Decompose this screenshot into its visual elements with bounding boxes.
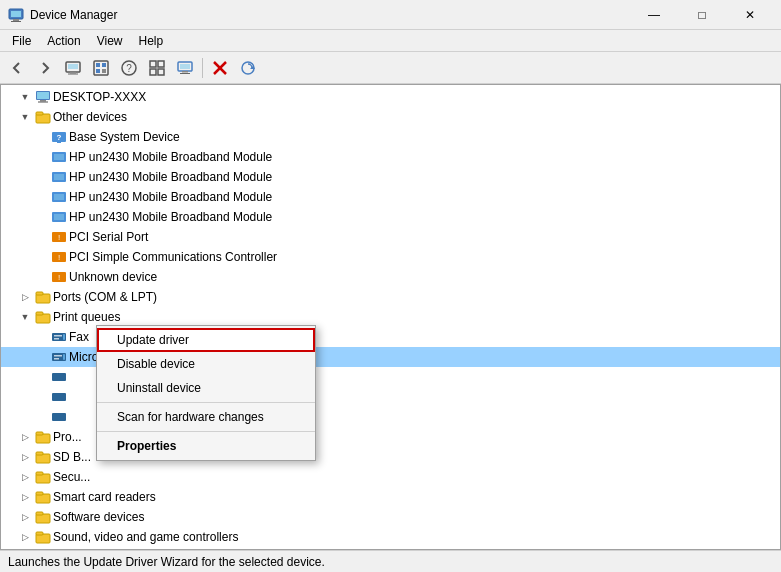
tree-smart-card[interactable]: ▷ Smart card readers xyxy=(1,487,780,507)
tree-print-queues[interactable]: ▼ Print queues xyxy=(1,307,780,327)
toolbar-scan[interactable] xyxy=(235,55,261,81)
unknown-label: Unknown device xyxy=(69,270,157,284)
base-system-label: Base System Device xyxy=(69,130,180,144)
svg-rect-63 xyxy=(52,393,66,401)
ctx-scan-hardware[interactable]: Scan for hardware changes xyxy=(97,405,315,429)
svg-rect-9 xyxy=(96,63,100,67)
ctx-uninstall-device[interactable]: Uninstall device xyxy=(97,376,315,400)
svg-rect-39 xyxy=(54,174,64,180)
context-menu: Update driver Disable device Uninstall d… xyxy=(96,325,316,461)
hp-icon-1 xyxy=(51,149,67,165)
svg-rect-66 xyxy=(36,432,43,435)
svg-rect-51 xyxy=(36,292,43,295)
expand-root[interactable]: ▼ xyxy=(17,89,33,105)
toolbar-remove[interactable] xyxy=(207,55,233,81)
expand-print[interactable]: ▼ xyxy=(17,309,33,325)
svg-rect-2 xyxy=(13,19,19,21)
svg-rect-53 xyxy=(36,312,43,315)
tree-hp-4[interactable]: ▷ HP un2430 Mobile Broadband Module xyxy=(1,207,780,227)
title-bar: Device Manager — □ ✕ xyxy=(0,0,781,30)
pci-serial-icon: ! xyxy=(51,229,67,245)
svg-rect-61 xyxy=(63,354,65,360)
ports-label: Ports (COM & LPT) xyxy=(53,290,157,304)
fax-label: Fax xyxy=(69,330,89,344)
tree-hp-3[interactable]: ▷ HP un2430 Mobile Broadband Module xyxy=(1,187,780,207)
expand-software[interactable]: ▷ xyxy=(17,509,33,525)
maximize-button[interactable]: □ xyxy=(679,0,725,30)
hp-label-1: HP un2430 Mobile Broadband Module xyxy=(69,150,272,164)
hp-icon-3 xyxy=(51,189,67,205)
tree-secu[interactable]: ▷ Secu... xyxy=(1,467,780,487)
toolbar-back[interactable] xyxy=(4,55,30,81)
svg-rect-28 xyxy=(37,92,49,99)
ctx-properties[interactable]: Properties xyxy=(97,434,315,458)
expand-other[interactable]: ▼ xyxy=(17,109,33,125)
sound-icon xyxy=(35,529,51,545)
menu-help[interactable]: Help xyxy=(131,32,172,50)
print-queues-folder-icon xyxy=(35,309,51,325)
tree-base-system[interactable]: ▷ ? Base System Device xyxy=(1,127,780,147)
computer-label: DESKTOP-XXXX xyxy=(53,90,146,104)
expand-pro[interactable]: ▷ xyxy=(17,429,33,445)
menu-bar: File Action View Help xyxy=(0,30,781,52)
menu-action[interactable]: Action xyxy=(39,32,88,50)
tree-software[interactable]: ▷ Software devices xyxy=(1,507,780,527)
expand-sd[interactable]: ▷ xyxy=(17,449,33,465)
expand-ports[interactable]: ▷ xyxy=(17,289,33,305)
svg-rect-16 xyxy=(158,61,164,67)
toolbar-view2[interactable] xyxy=(144,55,170,81)
svg-rect-1 xyxy=(11,11,21,17)
tree-root[interactable]: ▼ DESKTOP-XXXX xyxy=(1,87,780,107)
device-tree[interactable]: ▼ DESKTOP-XXXX ▼ Other device xyxy=(1,85,780,549)
computer-icon xyxy=(35,89,51,105)
svg-text:!: ! xyxy=(58,233,60,242)
unknown-icon: ! xyxy=(51,269,67,285)
svg-rect-29 xyxy=(40,100,46,102)
tree-other-devices[interactable]: ▼ Other devices xyxy=(1,107,780,127)
minimize-button[interactable]: — xyxy=(631,0,677,30)
expand-smart-card[interactable]: ▷ xyxy=(17,489,33,505)
toolbar: ? xyxy=(0,52,781,84)
svg-rect-62 xyxy=(52,373,66,381)
menu-file[interactable]: File xyxy=(4,32,39,50)
expand-sound[interactable]: ▷ xyxy=(17,529,33,545)
svg-text:?: ? xyxy=(57,133,62,142)
ctx-update-driver[interactable]: Update driver xyxy=(97,328,315,352)
svg-rect-41 xyxy=(54,194,64,200)
tree-pci-simple[interactable]: ▷ ! PCI Simple Communications Controller xyxy=(1,247,780,267)
toolbar-show[interactable] xyxy=(88,55,114,81)
toolbar-computer[interactable] xyxy=(172,55,198,81)
ctx-disable-device[interactable]: Disable device xyxy=(97,352,315,376)
secu-icon xyxy=(35,469,51,485)
toolbar-properties[interactable] xyxy=(60,55,86,81)
app-icon xyxy=(8,7,24,23)
tree-storage[interactable]: ▷ Storage controllers xyxy=(1,547,780,549)
ctx-separator xyxy=(97,402,315,403)
pci-simple-label: PCI Simple Communications Controller xyxy=(69,250,277,264)
tree-hp-2[interactable]: ▷ HP un2430 Mobile Broadband Module xyxy=(1,167,780,187)
sd-icon xyxy=(35,449,51,465)
toolbar-help[interactable]: ? xyxy=(116,55,142,81)
svg-rect-72 xyxy=(36,492,43,495)
tree-hp-1[interactable]: ▷ HP un2430 Mobile Broadband Module xyxy=(1,147,780,167)
svg-rect-64 xyxy=(52,413,66,421)
hp-icon-4 xyxy=(51,209,67,225)
sd-label: SD B... xyxy=(53,450,91,464)
smart-card-icon xyxy=(35,489,51,505)
tree-ports[interactable]: ▷ Ports (COM & LPT) xyxy=(1,287,780,307)
tree-sound[interactable]: ▷ Sound, video and game controllers xyxy=(1,527,780,547)
svg-rect-18 xyxy=(158,69,164,75)
expand-secu[interactable]: ▷ xyxy=(17,469,33,485)
status-bar: Launches the Update Driver Wizard for th… xyxy=(0,550,781,572)
close-button[interactable]: ✕ xyxy=(727,0,773,30)
menu-view[interactable]: View xyxy=(89,32,131,50)
toolbar-forward[interactable] xyxy=(32,55,58,81)
status-text: Launches the Update Driver Wizard for th… xyxy=(8,555,325,569)
tree-pci-serial[interactable]: ▷ ! PCI Serial Port xyxy=(1,227,780,247)
svg-rect-5 xyxy=(68,64,78,69)
hp-label-4: HP un2430 Mobile Broadband Module xyxy=(69,210,272,224)
tree-unknown-device[interactable]: ▷ ! Unknown device xyxy=(1,267,780,287)
svg-rect-35 xyxy=(57,141,61,143)
svg-rect-30 xyxy=(38,102,48,103)
svg-rect-74 xyxy=(36,512,43,515)
